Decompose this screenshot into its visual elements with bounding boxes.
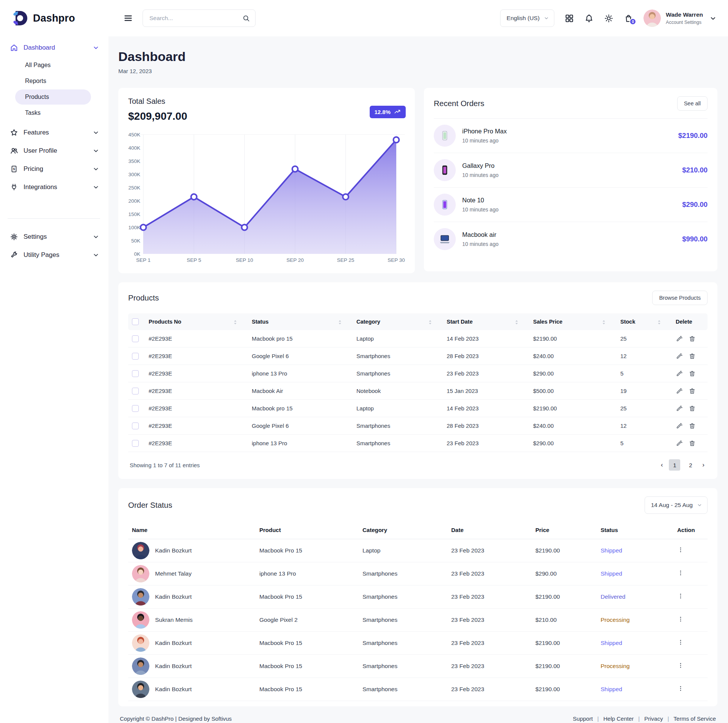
row-actions [676,387,704,394]
row-actions-kebab-icon[interactable] [677,546,684,553]
theme-sun-icon[interactable] [604,14,613,23]
sidebar-subitem-all-pages[interactable]: All Pages [15,58,91,73]
sort-icon[interactable] [233,320,237,325]
status-badge: Processing [601,617,630,623]
sidebar-item-pricing[interactable]: $Pricing [8,160,102,178]
cell-product: Macbook Pro 15 [256,655,359,678]
cell-date: 23 Feb 2023 [447,632,532,655]
row-actions-kebab-icon[interactable] [677,570,684,576]
cell-product: Google Pixel 2 [256,609,359,632]
cell-sales-price: $240.00 [529,347,617,365]
column-header-delete: Delete [672,313,708,330]
apps-grid-icon[interactable] [565,14,574,23]
edit-icon[interactable] [676,440,683,447]
edit-icon[interactable] [676,387,683,394]
edit-icon[interactable] [676,422,683,429]
row-actions-kebab-icon[interactable] [677,639,684,646]
cell-start-date: 15 Jan 2023 [443,382,529,400]
row-checkbox[interactable] [132,405,139,412]
notifications-bell-icon[interactable] [584,14,594,23]
language-selector[interactable]: English (US) [500,9,554,27]
cell-category: Laptop [353,400,443,417]
table-row: Kadin BozkurtMacbook Pro 15Smartphones23… [128,585,708,609]
row-checkbox[interactable] [132,388,139,394]
sidebar-subitem-tasks[interactable]: Tasks [15,105,91,121]
sidebar-item-features[interactable]: Features [8,124,102,142]
cell-stock: 25 [617,400,672,417]
sort-icon[interactable] [657,320,661,325]
column-header-category: Category [359,522,447,539]
sidebar-item-user-profile[interactable]: User Profile [8,142,102,160]
row-actions-kebab-icon[interactable] [677,616,684,623]
sidebar-item-integrations[interactable]: Integrations [8,178,102,196]
sort-icon[interactable] [515,320,519,325]
customer-cell: Mehmet Talay [132,565,252,582]
sidebar-subitem-products[interactable]: Products [15,89,91,105]
hamburger-menu-icon[interactable] [124,14,133,23]
footer-link-terms-of-service[interactable]: Terms of Service [673,715,716,722]
total-sales-title: Total Sales [128,97,405,106]
product-thumbnail [434,194,456,216]
sort-icon[interactable] [338,320,342,325]
sidebar-divider [8,218,100,219]
row-checkbox[interactable] [132,335,139,342]
row-checkbox[interactable] [132,370,139,377]
account-menu[interactable]: Wade Warren Account Settings [643,9,717,27]
showing-entries-text: Showing 1 to 7 of 11 entries [130,462,200,468]
footer-link-help-center[interactable]: Help Center [603,715,634,722]
search-input[interactable] [149,14,239,22]
sales-chart: 450K400K350K300K250K200K150K100K50K0KSEP… [128,129,405,266]
cell-date: 23 Feb 2023 [447,609,532,632]
brand-logo-row[interactable]: Dashpro [0,0,108,37]
see-all-button[interactable]: See all [677,96,708,111]
trash-icon[interactable] [689,422,696,429]
pagination-page-2[interactable]: 2 [685,459,696,471]
trash-icon[interactable] [689,335,696,342]
browse-products-button[interactable]: Browse Products [652,291,708,305]
row-actions-kebab-icon[interactable] [677,662,684,669]
trash-icon[interactable] [689,370,696,377]
row-checkbox[interactable] [132,423,139,429]
customer-cell: Kadin Bozkurt [132,657,252,675]
edit-icon[interactable] [676,352,683,360]
pagination-prev-button[interactable]: ‹ [659,461,665,469]
date-range-selector[interactable]: 14 Aug - 25 Aug [645,496,708,514]
sidebar-item-settings[interactable]: Settings [8,228,102,246]
footer-separator: | [597,715,599,722]
edit-icon[interactable] [676,405,683,412]
edit-icon[interactable] [676,335,683,342]
trash-icon[interactable] [689,405,696,412]
footer-link-privacy[interactable]: Privacy [644,715,663,722]
select-all-checkbox[interactable] [132,318,139,325]
row-actions-kebab-icon[interactable] [677,593,684,599]
search-icon[interactable] [242,14,250,22]
svg-text:SEP 25: SEP 25 [337,257,355,263]
status-badge: Shipped [601,640,622,646]
cart-badge: 0 [629,18,636,25]
recent-orders-title: Recent Orders [434,99,484,108]
trash-icon[interactable] [689,440,696,447]
cell-status: Macbook pro 15 [248,330,353,347]
trash-icon[interactable] [689,387,696,394]
sort-icon[interactable] [602,320,606,325]
row-checkbox[interactable] [132,440,139,447]
edit-icon[interactable] [676,370,683,377]
pagination-page-1[interactable]: 1 [669,459,680,471]
row-actions [676,352,704,360]
avatar [132,657,149,675]
growth-badge-value: 12.8% [374,109,391,115]
column-header-stock: Stock [617,313,672,330]
cart-bag-icon[interactable]: 0 [624,14,633,23]
sidebar-subitem-reports[interactable]: Reports [15,74,91,89]
sidebar-item-dashboard[interactable]: Dashboard [8,39,102,57]
pagination-next-button[interactable]: › [701,461,706,469]
sort-icon[interactable] [428,320,432,325]
brand-name: Dashpro [33,13,75,24]
footer-link-support[interactable]: Support [573,715,593,722]
row-checkbox[interactable] [132,353,139,360]
trash-icon[interactable] [689,352,696,360]
cell-category: Smartphones [353,417,443,435]
sidebar-item-utility-pages[interactable]: Utility Pages [8,246,102,264]
column-label: Status [252,319,268,325]
row-actions-kebab-icon[interactable] [677,685,684,692]
